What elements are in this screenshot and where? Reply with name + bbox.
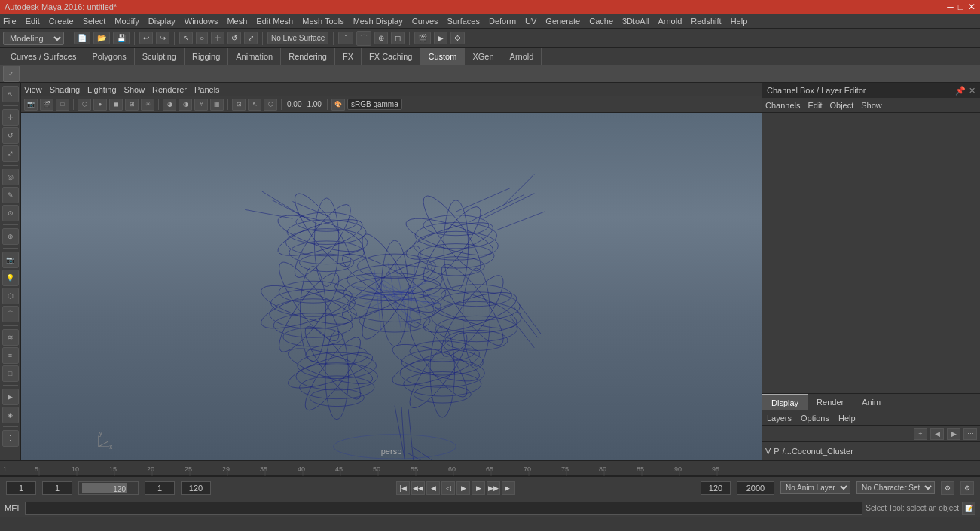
vt-ao-icon[interactable]: ◑	[179, 99, 192, 111]
more-icon[interactable]: ⋮	[2, 430, 19, 447]
vt-poly-icon[interactable]: ⬡	[264, 99, 277, 111]
menu-uv[interactable]: UV	[525, 17, 536, 26]
layer-name[interactable]: /...Coconut_Cluster	[783, 447, 853, 456]
le-menu-help[interactable]: Help	[838, 414, 856, 423]
rotate-tool-btn[interactable]: ↺	[227, 32, 241, 44]
vt-resolution-icon[interactable]: ⊡	[232, 99, 246, 111]
vt-aspect-icon[interactable]: □	[56, 99, 69, 111]
new-scene-btn[interactable]: 📄	[74, 32, 90, 44]
layer-options-btn[interactable]: ⋯	[963, 428, 977, 440]
redo-btn[interactable]: ↪	[156, 32, 169, 44]
menu-create[interactable]: Create	[49, 17, 74, 26]
snap-curve-btn[interactable]: ⌒	[356, 31, 371, 46]
go-to-start-btn[interactable]: |◀	[396, 481, 410, 495]
menu-3dtoall[interactable]: 3DtoAll	[622, 17, 649, 26]
shader-icon[interactable]: ◈	[2, 407, 19, 423]
select-tool-icon[interactable]: ↖	[2, 86, 19, 102]
cb-menu-edit[interactable]: Edit	[808, 101, 822, 110]
le-menu-options[interactable]: Options	[801, 414, 829, 423]
vt-grid-icon[interactable]: #	[194, 99, 208, 111]
snap-point-btn[interactable]: ⊕	[374, 32, 388, 44]
shelf-tab-xgen[interactable]: XGen	[465, 48, 502, 65]
menu-generate[interactable]: Generate	[545, 17, 580, 26]
maximize-btn[interactable]: □	[958, 2, 963, 12]
vt-select-icon[interactable]: ↖	[248, 99, 261, 111]
layer-tab-render[interactable]: Render	[808, 394, 853, 410]
menu-mesh-tools[interactable]: Mesh Tools	[302, 17, 343, 26]
menu-edit[interactable]: Edit	[26, 17, 40, 26]
layer-next-btn[interactable]: ▶	[947, 428, 960, 440]
cb-menu-object[interactable]: Object	[829, 101, 853, 110]
live-surface-btn[interactable]: No Live Surface	[267, 32, 328, 44]
shelf-tab-rigging[interactable]: Rigging	[185, 48, 228, 65]
sculpt-icon[interactable]: ⊙	[2, 205, 19, 221]
menu-arnold[interactable]: Arnold	[658, 17, 682, 26]
next-key-btn[interactable]: ▶▶	[487, 481, 500, 495]
select-tool-btn[interactable]: ↖	[179, 32, 193, 44]
go-to-end-btn[interactable]: ▶|	[502, 481, 515, 495]
layer-tab-display[interactable]: Display	[762, 394, 808, 410]
snap-grid-btn[interactable]: ⋮	[338, 32, 353, 44]
shelf-tab-custom[interactable]: Custom	[421, 48, 466, 65]
script-editor-btn[interactable]: 📝	[962, 502, 975, 515]
minimize-btn[interactable]: ─	[947, 2, 954, 12]
timeline-end-input[interactable]	[701, 481, 731, 495]
lasso-tool-btn[interactable]: ○	[196, 32, 208, 44]
vp-menu-panels[interactable]: Panels	[194, 85, 220, 94]
vt-hud-icon[interactable]: ▦	[210, 99, 224, 111]
cb-menu-show[interactable]: Show	[861, 101, 882, 110]
rp-collapse-icon[interactable]: ✕	[969, 86, 975, 96]
vt-camera-icon[interactable]: 📷	[24, 99, 38, 111]
menu-cache[interactable]: Cache	[589, 17, 613, 26]
cb-menu-channels[interactable]: Channels	[765, 101, 800, 110]
render-settings-btn[interactable]: ⚙	[450, 32, 465, 44]
render-btn[interactable]: 🎬	[414, 32, 431, 44]
play-btn[interactable]: ▶	[456, 481, 470, 495]
light-icon[interactable]: 💡	[2, 270, 19, 286]
shelf-tab-fx[interactable]: FX	[335, 48, 362, 65]
mel-input[interactable]	[25, 502, 863, 515]
save-scene-btn[interactable]: 💾	[113, 32, 130, 44]
play-reverse-btn[interactable]: ◁	[441, 481, 455, 495]
menu-display[interactable]: Display	[148, 17, 176, 26]
playback-end-input[interactable]	[181, 481, 211, 495]
layer-prev-btn[interactable]: ◀	[930, 428, 944, 440]
layer-playback[interactable]: P	[774, 447, 779, 456]
menu-edit-mesh[interactable]: Edit Mesh	[256, 17, 293, 26]
playback-max-input[interactable]	[737, 481, 774, 495]
move-tool-btn[interactable]: ✛	[211, 32, 224, 44]
vt-film-icon[interactable]: 🎬	[40, 99, 53, 111]
anim-layer-select[interactable]: No Anim Layer	[780, 481, 850, 494]
shelf-tab-animation[interactable]: Animation	[228, 48, 281, 65]
paint-icon[interactable]: ✎	[2, 187, 19, 203]
soft-select-icon[interactable]: ◎	[2, 169, 19, 185]
menu-curves[interactable]: Curves	[412, 17, 438, 26]
vp-menu-show[interactable]: Show	[124, 85, 145, 94]
menu-file[interactable]: File	[3, 17, 17, 26]
menu-deform[interactable]: Deform	[489, 17, 516, 26]
timeline-ruler[interactable]: 1 5 10 15 20 25 29 35 40 45 50 55 60	[0, 461, 980, 476]
prev-key-btn[interactable]: ◀◀	[411, 481, 425, 495]
undo-btn[interactable]: ↩	[139, 32, 153, 44]
vp-menu-view[interactable]: View	[24, 85, 42, 94]
frame-current-input[interactable]	[42, 481, 72, 495]
next-frame-btn[interactable]: ▶	[472, 481, 485, 495]
vt-gamma-select[interactable]: sRGB gamma	[347, 99, 402, 110]
layer-visibility[interactable]: V	[765, 447, 771, 456]
poly-icon[interactable]: ⬡	[2, 288, 19, 304]
snap-surface-btn[interactable]: ◻	[391, 32, 405, 44]
vt-light-icon[interactable]: ☀	[141, 99, 154, 111]
move-tool-icon[interactable]: ✛	[2, 109, 19, 126]
shelf-tab-sculpting[interactable]: Sculpting	[135, 48, 185, 65]
shelf-tab-polygons[interactable]: Polygons	[84, 48, 134, 65]
layer-tab-anim[interactable]: Anim	[853, 394, 890, 410]
shelf-tab-rendering[interactable]: Rendering	[281, 48, 335, 65]
scale-tool-icon[interactable]: ⤢	[2, 145, 19, 162]
vt-flat-icon[interactable]: ◼	[109, 99, 123, 111]
layer-icon[interactable]: ≡	[2, 347, 19, 364]
rotate-tool-icon[interactable]: ↺	[2, 127, 19, 144]
close-btn[interactable]: ✕	[968, 2, 975, 12]
viewport-canvas[interactable]: .wire { fill: none; stroke: #1a237e; str…	[21, 113, 762, 460]
playback-options-btn[interactable]: ⚙	[960, 481, 974, 495]
menu-redshift[interactable]: Redshift	[691, 17, 721, 26]
